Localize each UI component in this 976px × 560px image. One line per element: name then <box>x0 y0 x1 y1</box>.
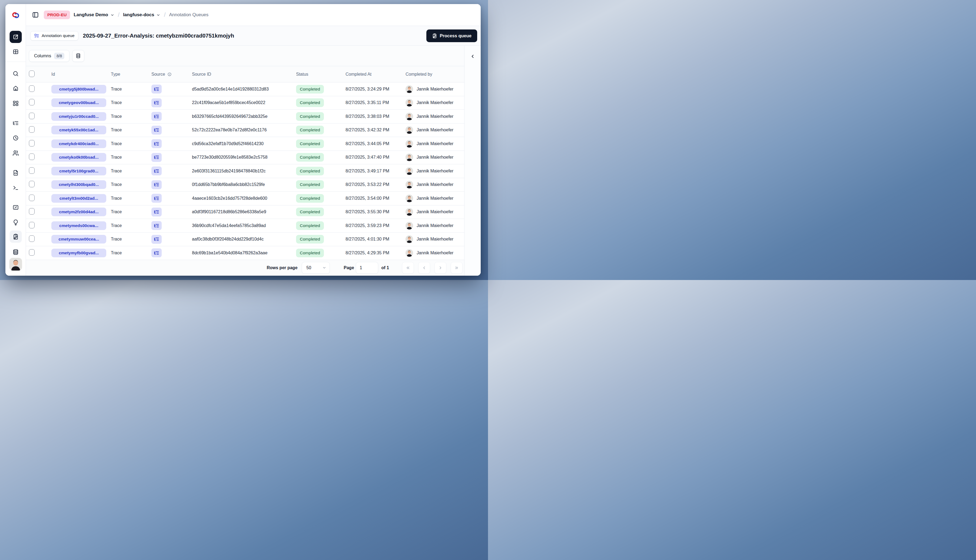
sidebar-item-prompts[interactable] <box>10 167 22 179</box>
percent-box-icon <box>12 204 18 210</box>
row-height-button[interactable] <box>72 50 84 62</box>
item-id-pill[interactable]: cmetylt3m00d2ad... <box>52 194 106 203</box>
sidebar-item-tables[interactable] <box>10 46 22 58</box>
row-checkbox[interactable] <box>29 85 35 92</box>
source-trace-link[interactable] <box>152 153 162 162</box>
next-page-button[interactable] <box>434 262 446 274</box>
column-header-source-id[interactable]: Source ID <box>192 72 296 77</box>
sidebar-item-evaluation[interactable] <box>10 202 22 213</box>
item-id-pill[interactable]: cmetygeov00buad... <box>52 98 106 107</box>
row-checkbox[interactable] <box>29 235 35 242</box>
row-checkbox[interactable] <box>29 167 35 174</box>
sidebar-item-tracing[interactable] <box>10 117 22 129</box>
source-trace-link[interactable] <box>152 167 162 175</box>
source-trace-link[interactable] <box>152 126 162 135</box>
row-checkbox[interactable] <box>29 113 35 119</box>
sidebar-item-insights[interactable] <box>10 216 22 228</box>
source-trace-link[interactable] <box>152 112 162 121</box>
select-all-checkbox[interactable] <box>29 70 35 77</box>
sidebar-item-annotation-queues[interactable] <box>10 230 22 243</box>
row-checkbox[interactable] <box>29 249 35 256</box>
source-trace-link[interactable] <box>152 248 162 257</box>
source-trace-link[interactable] <box>152 235 162 244</box>
source-trace-link[interactable] <box>152 98 162 107</box>
column-header-type[interactable]: Type <box>111 72 152 77</box>
breadcrumb-org[interactable]: Langfuse Demo <box>73 12 114 18</box>
column-header-completed-by[interactable]: Completed by <box>405 72 464 77</box>
item-id-pill[interactable]: cmetylht300bqad0... <box>52 180 106 189</box>
table-row[interactable]: cmetyl5r100grad0... Trace 2e603f31361115… <box>26 164 464 178</box>
sidebar-item-search[interactable] <box>10 68 22 80</box>
item-id-pill[interactable]: cmetyju1r00ccad0... <box>52 112 106 121</box>
table-row[interactable]: cmetymmuw00cea... Trace aaf0c38db0f3f204… <box>26 233 464 247</box>
table-row[interactable]: cmetyju1r00ccad0... Trace b63297665cfd44… <box>26 110 464 123</box>
sidebar-item-datasets[interactable] <box>10 246 22 258</box>
source-trace-link[interactable] <box>152 139 162 148</box>
table-row[interactable]: cmetyko0k00bsad... Trace be7723e30d80205… <box>26 151 464 165</box>
table-row[interactable]: cmetylt3m00d2ad... Trace 4aaece1603cb2e1… <box>26 192 464 205</box>
table-row[interactable]: cmetym2fz00d4ad... Trace a0df3f901167218… <box>26 205 464 219</box>
item-id-pill[interactable]: cmetyko0k00bsad... <box>52 153 106 162</box>
sidebar-item-playground[interactable] <box>10 182 22 194</box>
open-external-button[interactable] <box>10 31 22 43</box>
row-checkbox[interactable] <box>29 195 35 201</box>
source-id: 36b90cdfc47e5da14eefa5785c3a89ad <box>192 223 266 228</box>
status-badge: Completed <box>296 208 324 216</box>
avatar <box>405 235 413 243</box>
item-id-pill[interactable]: cmetymmuw00cea... <box>52 235 106 243</box>
source-trace-link[interactable] <box>152 180 162 189</box>
rows-per-page-select[interactable]: 50 <box>302 262 330 274</box>
row-checkbox[interactable] <box>29 99 35 105</box>
table-row[interactable]: cmetymyfb00gvad... Trace 8dc69b1ba1e540b… <box>26 246 464 260</box>
expand-panel-button[interactable] <box>468 52 477 61</box>
item-id-pill[interactable]: cmetykdr400ciad0... <box>52 140 106 148</box>
table-row[interactable]: cmetylht300bqad0... Trace 0f1dd65b7bb9bf… <box>26 178 464 192</box>
sidebar-toggle-button[interactable] <box>30 10 40 20</box>
row-checkbox[interactable] <box>29 140 35 147</box>
row-checkbox[interactable] <box>29 222 35 228</box>
row-checkbox[interactable] <box>29 153 35 160</box>
table-row[interactable]: cmetykdr400ciad0... Trace c9d56ca32efaff… <box>26 137 464 151</box>
item-id-pill[interactable]: cmetyl5r100grad0... <box>52 167 106 175</box>
column-header-completed-at[interactable]: Completed At <box>345 72 405 77</box>
item-id-pill[interactable]: cmetymeds00cwa... <box>52 222 106 230</box>
avatar <box>405 153 413 161</box>
sidebar-item-home[interactable] <box>10 82 22 94</box>
user-avatar[interactable] <box>9 258 22 270</box>
row-checkbox[interactable] <box>29 181 35 187</box>
column-header-source[interactable]: Source <box>152 72 192 77</box>
row-checkbox[interactable] <box>29 208 35 215</box>
completed-at: 8/27/2025, 3:55:30 PM <box>345 210 389 214</box>
status-badge: Completed <box>296 85 324 93</box>
column-header-id[interactable]: Id <box>52 72 111 77</box>
page-number-input[interactable] <box>356 262 378 274</box>
sidebar-item-users[interactable] <box>10 147 22 159</box>
table-row[interactable]: cmetygeov00buad... Trace 22c41f09acae5b1… <box>26 96 464 110</box>
item-id-pill[interactable]: cmetym2fz00d4ad... <box>52 208 106 216</box>
source-id: 2e603f31361115db24198478840b1f2c <box>192 168 266 173</box>
sidebar-item-dashboards[interactable] <box>10 97 22 110</box>
first-page-button[interactable] <box>402 262 414 274</box>
process-queue-button[interactable]: Process queue <box>426 30 477 42</box>
column-header-status[interactable]: Status <box>296 72 345 77</box>
completed-by: Jannik Maierhoefer <box>417 250 454 255</box>
source-trace-link[interactable] <box>152 85 162 93</box>
source-trace-link[interactable] <box>152 194 162 203</box>
table-row[interactable]: cmetyg5j800bwad... Trace d5ad9d52a00c6e1… <box>26 82 464 96</box>
breadcrumb-project[interactable]: langfuse-docs <box>123 12 160 18</box>
table-row[interactable]: cmetyk55x00c1ad... Trace 52c72c2222ea78e… <box>26 123 464 137</box>
completed-at: 8/27/2025, 3:35:11 PM <box>345 100 389 105</box>
previous-page-button[interactable] <box>418 262 430 274</box>
item-id-pill[interactable]: cmetyg5j800bwad... <box>52 85 106 93</box>
last-page-button[interactable] <box>451 262 462 274</box>
sidebar-item-sessions[interactable] <box>10 132 22 144</box>
row-checkbox[interactable] <box>29 126 35 133</box>
main-area: PROD-EU Langfuse Demo / langfuse-docs / … <box>26 4 481 276</box>
source-trace-link[interactable] <box>152 221 162 230</box>
table-header-row: Id Type Source Source ID Status Complete… <box>26 66 464 82</box>
source-trace-link[interactable] <box>152 208 162 217</box>
item-id-pill[interactable]: cmetymyfb00gvad... <box>52 248 106 257</box>
columns-button[interactable]: Columns 8/8 <box>29 50 70 62</box>
item-id-pill[interactable]: cmetyk55x00c1ad... <box>52 126 106 134</box>
table-row[interactable]: cmetymeds00cwa... Trace 36b90cdfc47e5da1… <box>26 219 464 233</box>
